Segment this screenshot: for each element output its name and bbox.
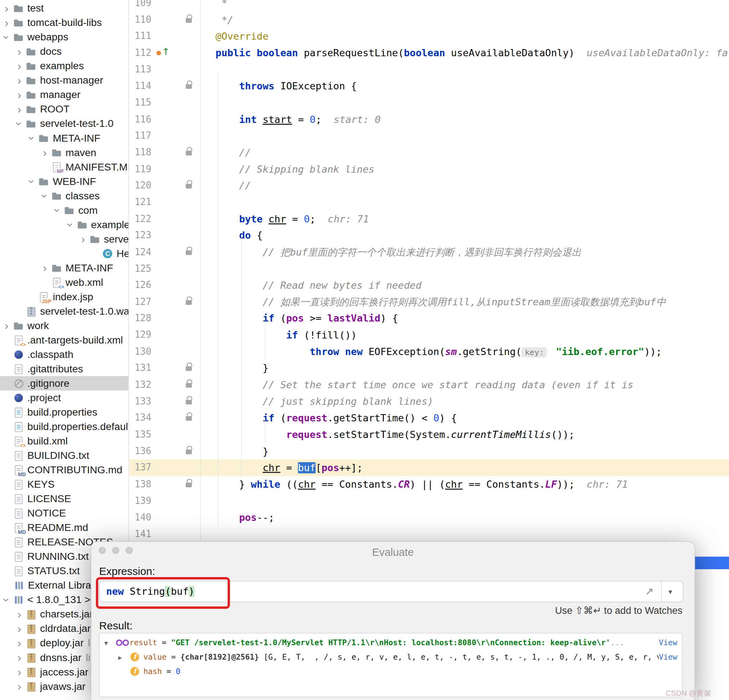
code-line[interactable]: 133 // just skipping blank lines) [129,393,729,410]
code-line[interactable]: 112public boolean parseRequestLine(boole… [129,45,729,61]
view-link[interactable]: View [659,652,682,661]
code-line[interactable]: 132 // Set the start time once we start … [129,377,729,393]
tree-item[interactable]: tomcat-build-libs [0,16,128,30]
tree-item[interactable]: com [0,203,128,217]
tree-item[interactable]: servel [0,232,128,246]
chevron-icon[interactable] [13,652,26,663]
chevron-icon[interactable] [14,117,25,130]
chevron-icon[interactable] [13,89,26,100]
code-line[interactable]: 130 throw new EOFException(sm.getString(… [129,344,729,360]
line-number[interactable]: 141 [135,529,162,540]
line-number[interactable]: 130 [135,346,162,357]
code-line[interactable]: 136 } [129,443,729,460]
line-number[interactable]: 137 [135,462,162,473]
code-line[interactable]: 120 // [129,177,729,194]
tree-item[interactable]: .gitignore [0,376,128,391]
code-line[interactable]: 139 [129,493,729,509]
chevron-icon[interactable] [0,17,13,28]
tree-item[interactable]: maven [0,145,128,160]
line-number[interactable]: 117 [135,130,162,141]
line-number[interactable]: 136 [135,445,162,456]
line-number[interactable]: 119 [135,163,162,174]
expand-icon[interactable] [645,585,653,598]
expression-text[interactable]: new String(buf) [106,586,645,597]
code-line[interactable]: 110 */ [129,12,729,28]
tree-item[interactable]: docs [0,44,128,59]
tree-item[interactable]: .gitattributes [0,362,128,376]
chevron-icon[interactable] [13,75,26,86]
line-number[interactable]: 110 [135,14,162,25]
chevron-icon[interactable] [13,609,26,620]
line-number[interactable]: 128 [135,312,162,324]
code-line[interactable]: 127 // 如果一直读到的回车换行符则再次调用fill,从inputStrea… [129,294,729,310]
expression-input[interactable]: new String(buf) [99,581,683,602]
code-line[interactable]: 131 } [129,360,729,377]
tree-item[interactable]: JSPindex.jsp [0,289,128,304]
chevron-icon[interactable] [39,147,51,158]
code-line[interactable]: 109 * [129,0,729,12]
code-line[interactable]: 134 if (request.getStartTime() < 0) { [129,410,729,426]
tree-item[interactable]: <>.ant-targets-build.xml [0,333,128,347]
line-number[interactable]: 134 [135,412,162,423]
history-dropdown-icon[interactable] [661,581,679,602]
chevron-icon[interactable] [118,652,129,661]
chevron-icon[interactable] [39,263,51,274]
code-line[interactable]: 117 [129,128,729,144]
code-line[interactable]: 124 // 把buf里面的字符一个个取出来进行判断，遇到非回车换行符则会退出 [129,244,729,260]
code-line[interactable]: 116 int start = 0;start: 0 [129,111,729,128]
tree-item[interactable]: MDCONTRIBUTING.md [0,462,128,477]
line-number[interactable]: 111 [135,30,162,41]
chevron-icon[interactable] [13,60,26,71]
chevron-icon[interactable] [0,320,13,331]
code-line[interactable]: 118 // [129,144,729,161]
tree-item[interactable]: He [0,246,128,261]
result-row[interactable]: result = "GET /servelet-test-1.0/MyServl… [100,635,682,649]
code-line[interactable]: 115 [129,94,729,111]
code-line[interactable]: 111@Override [129,28,729,45]
chevron-icon[interactable] [26,175,38,187]
tree-item[interactable]: META-INF [0,261,128,275]
tree-item[interactable]: work [0,318,128,333]
tree-item[interactable]: MFMANIFEST.MF [0,160,128,174]
tree-item[interactable]: build.properties.default [0,419,128,434]
line-number[interactable]: 120 [135,180,162,191]
tree-item[interactable]: .project [0,391,128,405]
line-number[interactable]: 122 [135,213,162,224]
tree-item[interactable]: host-manager [0,73,128,87]
chevron-icon[interactable] [13,681,26,692]
line-number[interactable]: 131 [135,362,162,373]
tree-item[interactable]: WEB-INF [0,174,128,189]
chevron-icon[interactable] [39,190,51,202]
code-line[interactable]: 128 if (pos >= lastValid) { [129,310,729,327]
chevron-icon[interactable] [1,30,12,43]
result-row[interactable]: value = {char[8192]@2561} [G, E, T, , /,… [100,650,682,664]
code-line[interactable]: 119 // Skipping blank lines [129,161,729,177]
chevron-icon[interactable] [52,204,63,216]
tree-item[interactable]: servelet-test-1.0.wa [0,304,128,318]
tree-item[interactable]: manager [0,87,128,102]
tree-item[interactable]: test [0,1,128,16]
line-number[interactable]: 127 [135,296,162,307]
tree-item[interactable]: KEYS [0,477,128,491]
code-line[interactable]: 123 do { [129,227,729,244]
code-line[interactable]: 137 chr = buf[pos++]; [129,460,729,476]
tree-item[interactable]: servelet-test-1.0 [0,116,128,131]
code-line[interactable]: 141 [129,526,729,543]
tree-item[interactable]: <>build.xml [0,434,128,448]
line-number[interactable]: 121 [135,196,162,208]
chevron-icon[interactable] [0,3,13,14]
line-number[interactable]: 115 [135,97,162,108]
chevron-icon[interactable] [26,132,38,144]
line-number[interactable]: 132 [135,379,162,390]
view-link[interactable]: View [659,638,682,647]
line-number[interactable]: 125 [135,263,162,274]
chevron-icon[interactable] [13,103,26,115]
code-line[interactable]: 113 [129,61,729,78]
code-line[interactable]: 129 if (!fill()) [129,327,729,344]
code-line[interactable]: 140 pos--; [129,509,729,526]
chevron-icon[interactable] [77,234,89,245]
line-number[interactable]: 126 [135,279,162,290]
line-number[interactable]: 129 [135,329,162,340]
code-line[interactable]: 125 [129,260,729,277]
code-line[interactable]: 135 request.setStartTime(System.currentT… [129,426,729,443]
